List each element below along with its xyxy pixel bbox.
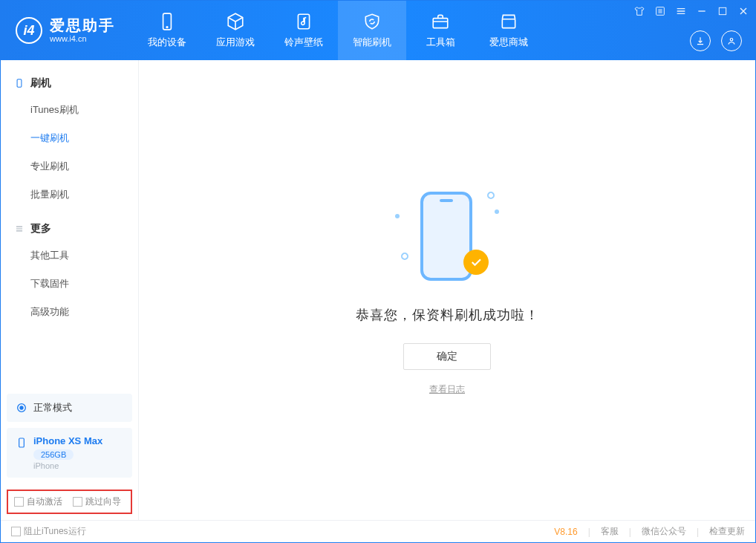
- minimize-icon[interactable]: [696, 5, 708, 17]
- body: 刷机 iTunes刷机 一键刷机 专业刷机 批量刷机 更多 其他工具 下载固件 …: [1, 60, 755, 520]
- checkbox-block-itunes[interactable]: 阻止iTunes运行: [11, 525, 86, 538]
- svg-rect-11: [19, 438, 25, 447]
- app-logo: i4 爱思助手 www.i4.cn: [1, 1, 133, 60]
- success-message: 恭喜您，保资料刷机成功啦！: [356, 306, 539, 324]
- window-controls: [633, 5, 749, 17]
- mode-icon: [16, 402, 27, 414]
- device-icon: [157, 12, 177, 31]
- ok-button[interactable]: 确定: [403, 343, 491, 370]
- nav-store[interactable]: 爱思商城: [475, 1, 543, 60]
- logo-icon: i4: [16, 17, 42, 44]
- svg-rect-3: [433, 19, 448, 28]
- titlebar: i4 爱思助手 www.i4.cn 我的设备 应用游戏 铃声壁纸 智能刷机 工具…: [1, 1, 755, 60]
- svg-point-10: [20, 406, 23, 409]
- check-update-link[interactable]: 检查更新: [709, 525, 745, 538]
- device-card[interactable]: iPhone XS Max 256GB iPhone: [7, 428, 132, 478]
- menu-lines-icon[interactable]: [675, 5, 687, 17]
- customer-service-link[interactable]: 客服: [601, 525, 619, 538]
- mode-card[interactable]: 正常模式: [7, 394, 132, 422]
- nav-label: 爱思商城: [489, 36, 528, 49]
- checkmark-badge-icon: [463, 250, 489, 275]
- nav-toolbox[interactable]: 工具箱: [406, 1, 475, 60]
- music-icon: [294, 12, 313, 31]
- sidebar: 刷机 iTunes刷机 一键刷机 专业刷机 批量刷机 更多 其他工具 下载固件 …: [1, 60, 139, 520]
- device-icon: [16, 437, 27, 449]
- sidebar-group-flash: 刷机: [1, 71, 138, 96]
- menu-list-icon[interactable]: [654, 5, 666, 17]
- wechat-link[interactable]: 微信公众号: [642, 525, 686, 538]
- checkbox-auto-activate[interactable]: 自动激活: [14, 495, 62, 508]
- sidebar-item-pro-flash[interactable]: 专业刷机: [1, 152, 138, 181]
- phone-icon: [14, 78, 25, 88]
- sidebar-item-itunes-flash[interactable]: iTunes刷机: [1, 96, 138, 124]
- download-button[interactable]: [690, 30, 711, 51]
- store-icon: [499, 12, 518, 31]
- maximize-icon[interactable]: [717, 5, 729, 17]
- sidebar-item-batch-flash[interactable]: 批量刷机: [1, 181, 138, 209]
- svg-rect-4: [502, 19, 515, 28]
- user-button[interactable]: [721, 30, 742, 51]
- mode-label: 正常模式: [33, 401, 72, 414]
- nav-label: 智能刷机: [353, 36, 391, 49]
- list-icon: [14, 224, 25, 234]
- device-type: iPhone: [33, 461, 102, 470]
- nav-ringtones[interactable]: 铃声壁纸: [270, 1, 338, 60]
- close-icon[interactable]: [737, 5, 749, 17]
- refresh-shield-icon: [362, 12, 382, 31]
- nav-apps-games[interactable]: 应用游戏: [201, 1, 270, 60]
- device-name: iPhone XS Max: [33, 435, 102, 446]
- svg-rect-8: [17, 79, 22, 88]
- nav-my-device[interactable]: 我的设备: [133, 1, 201, 60]
- svg-rect-7: [719, 7, 726, 14]
- checkbox-skip-guide[interactable]: 跳过向导: [73, 495, 121, 508]
- nav-label: 我的设备: [148, 36, 186, 49]
- sidebar-item-download-firmware[interactable]: 下载固件: [1, 270, 138, 298]
- app-name-en: www.i4.cn: [50, 34, 115, 44]
- svg-point-1: [166, 27, 168, 28]
- view-log-link[interactable]: 查看日志: [429, 383, 465, 396]
- device-capacity: 256GB: [33, 449, 74, 460]
- sidebar-item-advanced[interactable]: 高级功能: [1, 298, 138, 326]
- version-label: V8.16: [554, 527, 577, 537]
- svg-point-5: [730, 39, 733, 42]
- toolbox-icon: [431, 12, 450, 31]
- main-content: 恭喜您，保资料刷机成功啦！ 确定 查看日志: [139, 60, 755, 520]
- tshirt-icon[interactable]: [633, 5, 645, 17]
- top-nav: 我的设备 应用游戏 铃声壁纸 智能刷机 工具箱 爱思商城: [133, 1, 543, 60]
- sidebar-item-other-tools[interactable]: 其他工具: [1, 241, 138, 270]
- statusbar: 阻止iTunes运行 V8.16 | 客服 | 微信公众号 | 检查更新: [1, 520, 755, 542]
- flash-options-highlight: 自动激活 跳过向导: [7, 490, 132, 514]
- nav-label: 铃声壁纸: [284, 36, 323, 49]
- success-illustration: [395, 184, 499, 288]
- nav-smart-flash[interactable]: 智能刷机: [338, 1, 406, 60]
- nav-label: 工具箱: [426, 36, 455, 49]
- sidebar-item-onekey-flash[interactable]: 一键刷机: [1, 124, 138, 152]
- cube-icon: [226, 12, 245, 31]
- app-name-cn: 爱思助手: [50, 17, 115, 34]
- sidebar-group-more: 更多: [1, 216, 138, 241]
- header-actions: [690, 30, 742, 51]
- nav-label: 应用游戏: [216, 36, 255, 49]
